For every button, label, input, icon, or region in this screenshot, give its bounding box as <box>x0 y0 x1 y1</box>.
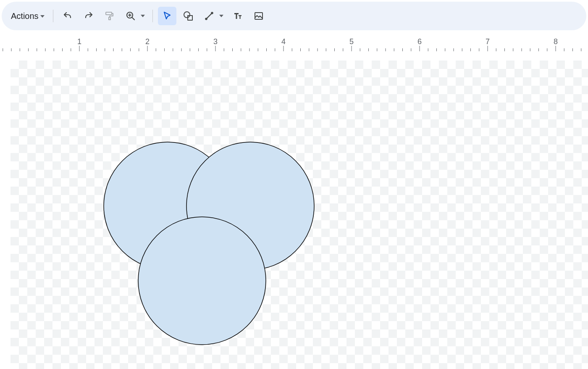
ellipse-shape[interactable] <box>138 217 266 345</box>
shape-tool-button[interactable] <box>179 7 197 25</box>
svg-rect-7 <box>188 16 192 20</box>
ruler-label: 5 <box>349 37 354 46</box>
svg-rect-1 <box>109 17 110 20</box>
ruler-label: 1 <box>77 37 81 46</box>
select-tool-button[interactable] <box>158 7 176 25</box>
svg-point-9 <box>205 18 207 19</box>
caret-down-icon <box>40 15 45 18</box>
canvas-area <box>0 52 588 369</box>
drawing-canvas[interactable] <box>10 61 588 369</box>
ruler-label: 4 <box>281 37 286 46</box>
actions-label: Actions <box>11 11 39 21</box>
undo-icon <box>63 11 73 21</box>
ruler-label: 6 <box>417 37 422 46</box>
line-dropdown-icon[interactable] <box>219 15 223 17</box>
undo-button[interactable] <box>58 7 77 25</box>
shape-icon <box>183 11 194 21</box>
image-icon <box>254 11 264 21</box>
svg-point-10 <box>211 12 213 13</box>
redo-icon <box>84 11 94 21</box>
line-group <box>200 7 226 25</box>
horizontal-ruler: 12345678 <box>0 36 588 52</box>
text-icon <box>233 11 243 21</box>
zoom-group <box>121 7 147 25</box>
redo-button[interactable] <box>79 7 98 25</box>
ruler-label: 7 <box>486 37 490 46</box>
ruler-label: 3 <box>213 37 218 46</box>
svg-point-6 <box>184 12 190 18</box>
zoom-dropdown-icon[interactable] <box>141 15 145 17</box>
zoom-icon <box>126 11 136 21</box>
line-tool-button[interactable] <box>200 7 218 25</box>
paint-roller-icon <box>105 11 115 21</box>
shapes-layer <box>10 61 588 369</box>
ruler-label: 8 <box>554 37 558 46</box>
cursor-icon <box>162 11 172 21</box>
actions-menu-button[interactable]: Actions <box>8 9 48 24</box>
svg-rect-0 <box>106 12 112 15</box>
toolbar-separator <box>53 10 53 22</box>
toolbar-separator <box>152 10 153 22</box>
svg-line-8 <box>206 13 212 19</box>
zoom-button[interactable] <box>121 7 140 25</box>
textbox-tool-button[interactable] <box>228 7 247 25</box>
main-toolbar: Actions <box>2 2 586 30</box>
svg-line-3 <box>132 17 134 20</box>
paint-format-button[interactable] <box>100 7 119 25</box>
image-tool-button[interactable] <box>249 7 268 25</box>
ruler-label: 2 <box>145 37 150 46</box>
line-icon <box>204 11 214 21</box>
